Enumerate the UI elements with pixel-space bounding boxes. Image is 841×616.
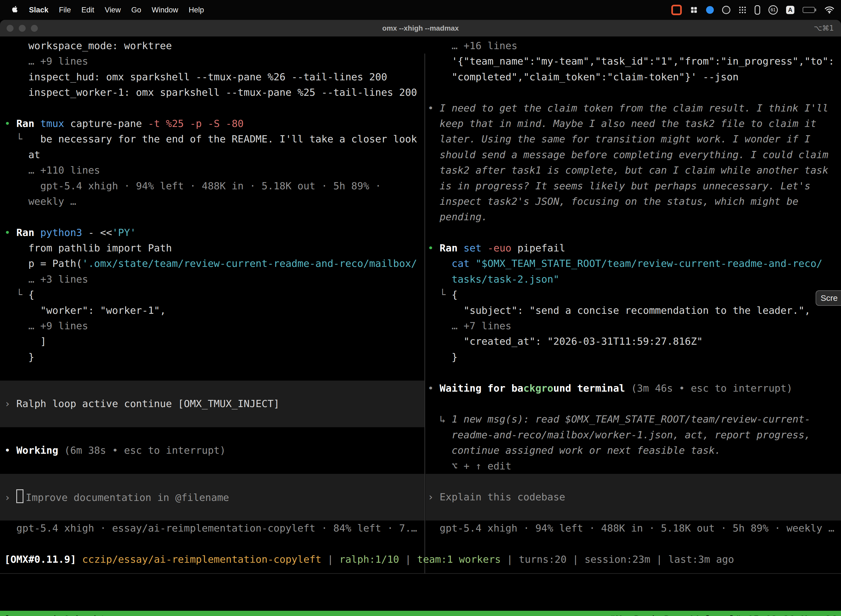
screen-notification-overlay[interactable]: Scre bbox=[816, 290, 841, 306]
battery-icon[interactable] bbox=[803, 7, 816, 13]
terminal-row: inspect_hud: omx sparkshell --tmux-pane … bbox=[0, 69, 424, 85]
menu-app-name[interactable]: Slack bbox=[24, 6, 54, 14]
menu-go[interactable]: Go bbox=[126, 6, 147, 14]
terminal-content[interactable]: workspace_mode: worktree … +9 lines insp… bbox=[0, 37, 841, 616]
terminal-row bbox=[0, 505, 424, 521]
terminal-row: '{"team_name":"my-team","task_id":"1","f… bbox=[425, 54, 841, 69]
tiles-icon[interactable] bbox=[690, 6, 698, 14]
window-shortcut-hint: ⌥⌘1 bbox=[814, 24, 834, 32]
terminal-row: should send a message before completing … bbox=[425, 147, 841, 163]
terminal-row: ⌥ + ↑ edit bbox=[425, 458, 841, 474]
terminal-row: … +7 lines bbox=[425, 318, 841, 334]
terminal-row: • I need to get the claim token from the… bbox=[425, 100, 841, 116]
dots-grid-icon[interactable] bbox=[738, 6, 746, 14]
terminal-row: p = Path('.omx/state/team/review-current… bbox=[0, 256, 424, 271]
terminal-row bbox=[0, 458, 424, 474]
text-cursor bbox=[16, 489, 23, 503]
menu-file[interactable]: File bbox=[54, 6, 76, 14]
screen-notification-label: Scre bbox=[820, 293, 838, 303]
terminal-row: … +3 lines bbox=[0, 271, 424, 287]
terminal-row: └ { bbox=[425, 287, 841, 302]
terminal-row: "completed","claim_token":"claim-token"}… bbox=[425, 69, 841, 85]
terminal-row bbox=[425, 85, 841, 100]
blue-app-icon[interactable] bbox=[706, 6, 714, 14]
terminal-row: at bbox=[0, 147, 424, 163]
tmux-pane-right[interactable]: … +16 lines '{"team_name":"my-team","tas… bbox=[425, 38, 841, 536]
pane-divider[interactable] bbox=[424, 54, 425, 573]
terminal-row: gpt-5.4 xhigh · 94% left · 488K in · 5.1… bbox=[0, 178, 424, 194]
battery-percent-badge[interactable]: 61 bbox=[768, 5, 778, 15]
terminal-row: from pathlib import Path bbox=[0, 241, 424, 256]
wifi-icon[interactable] bbox=[825, 6, 834, 14]
terminal-row bbox=[425, 365, 841, 380]
terminal-row: › Improve documentation in @filename bbox=[0, 489, 424, 505]
apple-logo-icon bbox=[12, 5, 19, 13]
terminal-row: "created_at": "2026-03-31T11:59:27.816Z" bbox=[425, 334, 841, 349]
traffic-lights bbox=[7, 25, 38, 32]
terminal-row: inspect task2's JSON, focusing on the st… bbox=[425, 194, 841, 209]
terminal-row: • Ran set -euo pipefail bbox=[425, 241, 841, 256]
macos-menu-bar: Slack File Edit View Go Window Help 61 A bbox=[0, 0, 841, 20]
terminal-row: cat "$OMX_TEAM_STATE_ROOT/team/review-cu… bbox=[425, 256, 841, 271]
terminal-row bbox=[0, 209, 424, 224]
terminal-row: weekly … bbox=[0, 194, 424, 209]
terminal-row bbox=[0, 412, 424, 427]
terminal-row: pending. bbox=[425, 209, 841, 224]
tmux-host-clock: "MacBook-Pro-44.local" 05:03 31-Mar-26 bbox=[610, 612, 837, 616]
terminal-row: └ { bbox=[0, 287, 424, 302]
zoom-button[interactable] bbox=[31, 25, 38, 32]
terminal-row: gpt-5.4 xhigh · 94% left · 488K in · 5.1… bbox=[425, 521, 841, 536]
terminal-row: • Ran tmux capture-pane -t %25 -p -S -80 bbox=[0, 116, 424, 131]
terminal-row bbox=[0, 381, 424, 396]
tmux-session-label: [omx-cczip0:bash* bbox=[4, 612, 105, 616]
terminal-row: } bbox=[425, 349, 841, 365]
terminal-row bbox=[425, 505, 841, 521]
terminal-row bbox=[425, 396, 841, 412]
minimize-button[interactable] bbox=[19, 25, 26, 32]
terminal-row bbox=[0, 365, 424, 380]
terminal-row: › Ralph loop active continue [OMX_TMUX_I… bbox=[0, 396, 424, 412]
terminal-row: "worker": "worker-1", bbox=[0, 303, 424, 318]
close-button[interactable] bbox=[7, 25, 13, 32]
menu-edit[interactable]: Edit bbox=[76, 6, 100, 14]
terminal-row bbox=[0, 474, 424, 489]
terminal-row: readme-and-reco/mailbox/worker-1.json, a… bbox=[425, 427, 841, 443]
horizontal-divider bbox=[0, 573, 841, 574]
omx-status-line: [OMX#0.11.9] cczip/essay/ai-reimplementa… bbox=[0, 552, 841, 567]
terminal-row: [OMX#0.11.9] cczip/essay/ai-reimplementa… bbox=[0, 552, 841, 567]
terminal-row: … +110 lines bbox=[0, 163, 424, 178]
menu-window[interactable]: Window bbox=[147, 6, 183, 14]
terminal-row: "subject": "send a concise recommendatio… bbox=[425, 303, 841, 318]
dark-app-icon[interactable] bbox=[722, 6, 730, 14]
terminal-row: ] bbox=[0, 334, 424, 349]
terminal-row: … +9 lines bbox=[0, 54, 424, 69]
terminal-row: is in progress? It seems likely but perh… bbox=[425, 178, 841, 194]
terminal-row bbox=[0, 427, 424, 443]
terminal-row bbox=[425, 474, 841, 489]
menu-status-icons: 61 A bbox=[671, 5, 834, 15]
terminal-row: … +16 lines bbox=[425, 38, 841, 54]
tmux-pane-left[interactable]: workspace_mode: worktree … +9 lines insp… bbox=[0, 38, 424, 536]
terminal-row: task2 after task1 is complete, but can I… bbox=[425, 163, 841, 178]
terminal-row: inspect_worker-1: omx sparkshell --tmux-… bbox=[0, 85, 424, 100]
window-title: omx --xhigh --madmax bbox=[382, 24, 459, 32]
terminal-row: keep that in mind. Maybe I also need the… bbox=[425, 116, 841, 131]
tmux-status-bar: [omx-cczip0:bash* "MacBook-Pro-44.local"… bbox=[0, 611, 841, 616]
input-source-icon[interactable]: A bbox=[786, 6, 794, 14]
terminal-row: • Waiting for background terminal (3m 46… bbox=[425, 381, 841, 396]
terminal-row: tasks/task-2.json" bbox=[425, 271, 841, 287]
terminal-row: ↳ 1 new msg(s): read $OMX_TEAM_STATE_ROO… bbox=[425, 412, 841, 427]
terminal-window: omx --xhigh --madmax ⌥⌘1 workspace_mode:… bbox=[0, 20, 841, 616]
menu-help[interactable]: Help bbox=[183, 6, 210, 14]
terminal-row: … +9 lines bbox=[0, 318, 424, 334]
apple-menu-icon[interactable] bbox=[7, 5, 24, 15]
screen-record-indicator-icon[interactable] bbox=[671, 5, 682, 15]
terminal-row: › Explain this codebase bbox=[425, 489, 841, 505]
window-title-bar[interactable]: omx --xhigh --madmax ⌥⌘1 bbox=[0, 20, 841, 37]
terminal-row bbox=[425, 225, 841, 241]
terminal-row: gpt-5.4 xhigh · essay/ai-reimplementatio… bbox=[0, 521, 424, 536]
pill-app-icon[interactable] bbox=[755, 5, 760, 15]
terminal-row: • Ran python3 - <<'PY' bbox=[0, 225, 424, 241]
menu-view[interactable]: View bbox=[100, 6, 126, 14]
terminal-row: workspace_mode: worktree bbox=[0, 38, 424, 54]
